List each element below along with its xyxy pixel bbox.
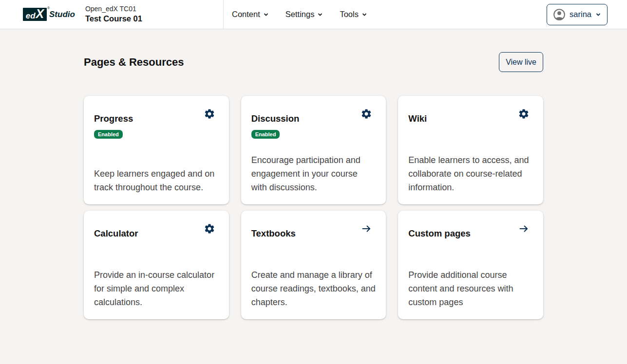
course-title: Test Course 01: [85, 14, 142, 24]
edx-logo-ed: ed: [26, 12, 36, 20]
status-badge: Enabled: [94, 130, 123, 139]
course-org-number: Open_edX TC01: [85, 5, 142, 13]
nav-item-content-label: Content: [232, 10, 260, 19]
brand-area: edX ® Studio Open_edX TC01 Test Course 0…: [0, 0, 223, 29]
card-wiki: Wiki Enable learners to access, and coll…: [398, 96, 543, 204]
chevron-down-icon: [317, 12, 323, 18]
main-content: Pages & Resources View live Progress Ena…: [84, 52, 543, 319]
page-head: Pages & Resources View live: [84, 52, 543, 72]
studio-label: Studio: [49, 10, 75, 19]
arrow-forward-icon-button[interactable]: [518, 223, 530, 235]
gear-icon: [204, 223, 215, 235]
header: edX ® Studio Open_edX TC01 Test Course 0…: [0, 0, 627, 29]
card-title: Custom pages: [408, 227, 470, 240]
card-description: Provide additional course content and re…: [408, 268, 533, 309]
status-badge: Enabled: [251, 130, 280, 139]
page-title: Pages & Resources: [84, 56, 184, 69]
user-name: sarina: [570, 10, 591, 19]
edx-studio-logo[interactable]: edX ® Studio: [23, 8, 75, 21]
gear-icon: [204, 108, 215, 120]
card-title: Calculator: [94, 227, 138, 240]
nav-item-content[interactable]: Content: [224, 0, 277, 29]
card-custom-pages: Custom pages Provide additional course c…: [398, 211, 543, 319]
nav-item-tools[interactable]: Tools: [331, 0, 376, 29]
settings-icon-button[interactable]: [518, 108, 530, 120]
card-description: Encourage participation and engagement i…: [251, 153, 373, 194]
card-textbooks: Textbooks Create and manage a library of…: [241, 211, 386, 319]
settings-icon-button[interactable]: [361, 108, 372, 120]
card-description: Keep learners engaged and on track throu…: [94, 167, 219, 194]
settings-icon-button[interactable]: [204, 108, 215, 120]
cards-grid: Progress Enabled Keep learners engaged a…: [84, 96, 543, 319]
arrow-forward-icon: [518, 223, 530, 235]
nav-item-settings[interactable]: Settings: [277, 0, 332, 29]
card-title: Discussion: [251, 112, 300, 125]
nav-item-tools-label: Tools: [340, 10, 359, 19]
settings-icon-button[interactable]: [204, 223, 215, 235]
chevron-down-icon: [361, 12, 367, 18]
arrow-forward-icon-button[interactable]: [361, 223, 372, 235]
gear-icon: [518, 108, 530, 120]
chevron-down-icon: [263, 12, 269, 18]
card-progress: Progress Enabled Keep learners engaged a…: [84, 96, 229, 204]
main-nav: Content Settings Tools: [223, 0, 376, 29]
avatar-icon: [553, 8, 566, 21]
gear-icon: [361, 108, 372, 120]
card-description: Create and manage a library of course re…: [251, 268, 376, 309]
card-title: Wiki: [408, 112, 427, 125]
registered-mark: ®: [47, 6, 50, 10]
card-description: Enable learners to access, and collabora…: [408, 153, 533, 194]
course-info: Open_edX TC01 Test Course 01: [85, 5, 142, 24]
edx-logo-box: edX: [23, 8, 47, 21]
nav-item-settings-label: Settings: [285, 10, 315, 19]
chevron-down-icon: [595, 12, 601, 18]
card-discussion: Discussion Enabled Encourage participati…: [241, 96, 386, 204]
arrow-forward-icon: [361, 223, 372, 235]
card-description: Provide an in-course calculator for simp…: [94, 268, 219, 309]
view-live-button[interactable]: View live: [499, 52, 543, 72]
card-title: Textbooks: [251, 227, 296, 240]
card-calculator: Calculator Provide an in-course calculat…: [84, 211, 229, 319]
edx-logo-x: X: [36, 8, 44, 20]
user-menu-button[interactable]: sarina: [547, 4, 608, 25]
card-title: Progress: [94, 112, 133, 125]
